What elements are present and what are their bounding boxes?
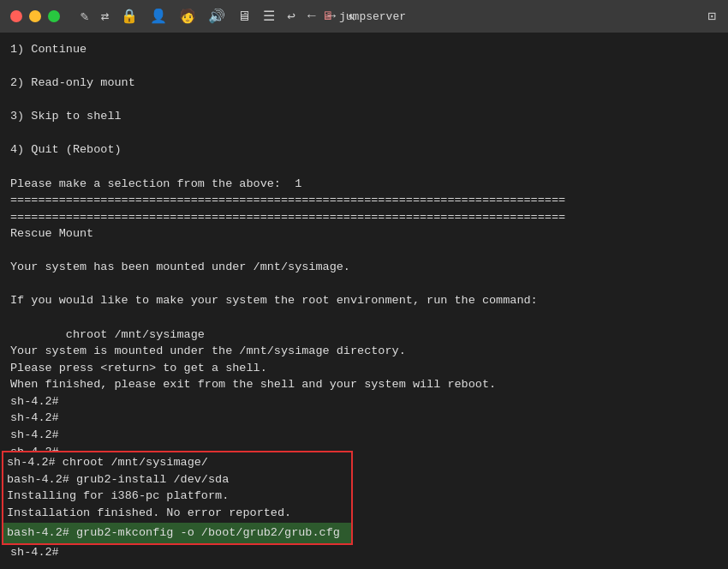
close-button[interactable] (10, 10, 22, 22)
arrow-left-icon[interactable]: ↩ (287, 8, 295, 25)
monitor-icon[interactable]: 🖥 (237, 9, 251, 25)
arrow-back-icon[interactable]: ← (307, 9, 316, 24)
window-close-right[interactable]: ⊡ (707, 8, 716, 25)
user2-icon[interactable]: 🧑 (179, 8, 196, 25)
minimize-button[interactable] (29, 10, 41, 22)
volume-icon[interactable]: 🔊 (208, 8, 225, 25)
window-title: 🖥 jumpserver (322, 9, 406, 23)
pointer-icon[interactable]: ✎ (81, 8, 89, 25)
user-icon[interactable]: 👤 (150, 8, 167, 25)
maximize-button[interactable] (48, 10, 60, 22)
window-buttons (10, 10, 60, 22)
terminal-area[interactable]: 1) Continue 2) Read-only mount 3) Skip t… (0, 33, 728, 569)
terminal-output: 1) Continue 2) Read-only mount 3) Skip t… (10, 41, 718, 560)
arrows-icon[interactable]: ⇄ (101, 8, 110, 25)
toolbar-icons: ✎ ⇄ 🔒 👤 🧑 🔊 🖥 ☰ ↩ ← → ↖ (81, 8, 356, 25)
server-icon: 🖥 (322, 9, 334, 23)
titlebar: ✎ ⇄ 🔒 👤 🧑 🔊 🖥 ☰ ↩ ← → ↖ 🖥 jumpserver ⊡ (0, 0, 728, 33)
list-icon[interactable]: ☰ (263, 8, 275, 25)
lock-icon[interactable]: 🔒 (121, 8, 138, 25)
line-1: 1) Continue 2) Read-only mount 3) Skip t… (10, 43, 565, 559)
close-icon: ⊡ (707, 9, 716, 25)
